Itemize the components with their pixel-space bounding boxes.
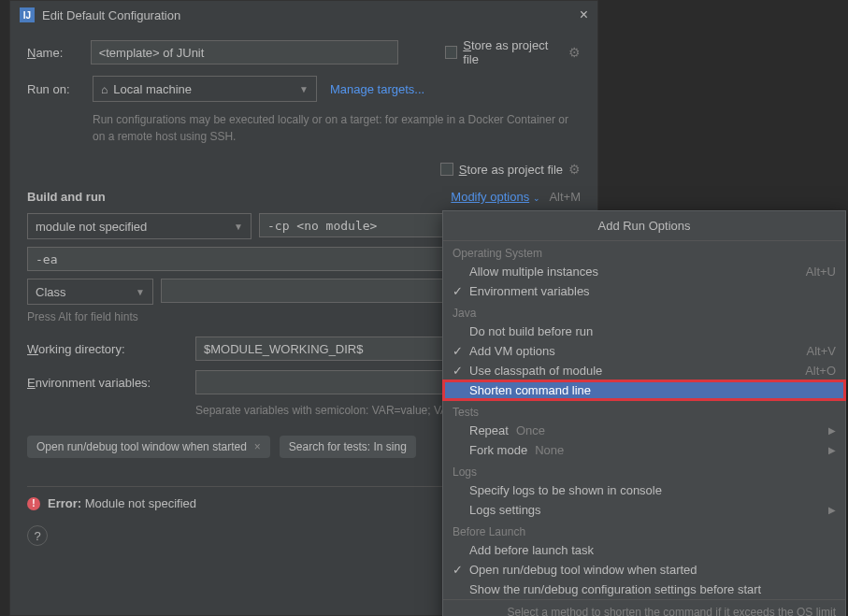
popup-section-before: Before Launch [443, 520, 845, 540]
chevron-down-icon: ▼ [299, 84, 309, 94]
option-add-before-launch[interactable]: Add before launch task [443, 540, 845, 560]
runon-select[interactable]: ⌂Local machine ▼ [93, 76, 317, 102]
option-use-classpath[interactable]: Use classpath of module Alt+O [443, 361, 845, 380]
chip-remove-icon[interactable]: × [254, 440, 261, 453]
popup-section-logs: Logs [443, 460, 845, 480]
option-env-vars[interactable]: Environment variables [443, 281, 845, 301]
titlebar: IJ Edit Default Configuration × [10, 1, 597, 29]
gear-icon-2[interactable]: ⚙ [568, 162, 581, 177]
modify-shortcut: Alt+M [549, 190, 581, 204]
chip-open-tool[interactable]: Open run/debug tool window when started … [27, 436, 270, 458]
runon-label: Run on: [27, 82, 93, 96]
option-allow-multiple[interactable]: Allow multiple instances Alt+U [443, 262, 845, 281]
store-label-2: Store as project file [459, 163, 563, 177]
chevron-right-icon: ▶ [828, 425, 836, 436]
name-label: Name: [27, 46, 91, 60]
help-button[interactable]: ? [27, 525, 48, 546]
popup-title: Add Run Options [443, 211, 845, 241]
option-fork-mode[interactable]: Fork mode None ▶ [443, 440, 845, 460]
test-kind-select[interactable]: Class ▼ [27, 279, 153, 305]
chevron-down-icon: ▼ [136, 287, 145, 297]
chevron-right-icon: ▶ [828, 445, 836, 455]
close-icon[interactable]: × [580, 7, 588, 23]
workdir-label: Working directory: [27, 342, 195, 356]
chevron-right-icon: ▶ [828, 505, 836, 515]
store-label-1: Store as project file [463, 38, 563, 66]
chip-search-tests[interactable]: Search for tests: In sing [280, 436, 416, 458]
add-run-options-popup: Add Run Options Operating System Allow m… [442, 210, 846, 616]
popup-footer-hint: Select a method to shorten the command i… [443, 599, 845, 616]
option-shorten-command-line[interactable]: Shorten command line [443, 380, 845, 400]
manage-targets-link[interactable]: Manage targets... [330, 82, 424, 96]
gear-icon[interactable]: ⚙ [568, 45, 581, 60]
env-label: Environment variables: [27, 376, 195, 390]
store-checkbox-1[interactable] [445, 46, 458, 59]
popup-section-os: Operating System [443, 241, 845, 262]
build-run-title: Build and run [27, 190, 106, 204]
store-checkbox-2[interactable] [440, 163, 453, 176]
option-add-vm[interactable]: Add VM options Alt+V [443, 341, 845, 361]
option-open-tool-window[interactable]: Open run/debug tool window when started [443, 560, 845, 580]
chevron-down-icon: ▼ [234, 222, 243, 232]
error-icon: ! [27, 497, 40, 510]
popup-section-tests: Tests [443, 400, 845, 421]
option-specify-logs[interactable]: Specify logs to be shown in console [443, 480, 845, 500]
name-input[interactable] [91, 40, 398, 64]
option-logs-settings[interactable]: Logs settings ▶ [443, 500, 845, 520]
home-icon: ⌂ [101, 83, 108, 96]
option-repeat[interactable]: Repeat Once ▶ [443, 421, 845, 440]
dialog-title: Edit Default Configuration [42, 8, 580, 22]
intellij-logo-icon: IJ [20, 7, 35, 22]
option-show-settings-before[interactable]: Show the run/debug configuration setting… [443, 580, 845, 599]
option-no-build[interactable]: Do not build before run [443, 322, 845, 341]
module-select[interactable]: module not specified ▼ [27, 213, 252, 239]
runon-hint: Run configurations may be executed local… [93, 111, 581, 145]
chevron-down-icon: ⌄ [533, 193, 540, 203]
popup-section-java: Java [443, 301, 845, 322]
modify-options-link[interactable]: Modify options ⌄ [451, 190, 539, 204]
